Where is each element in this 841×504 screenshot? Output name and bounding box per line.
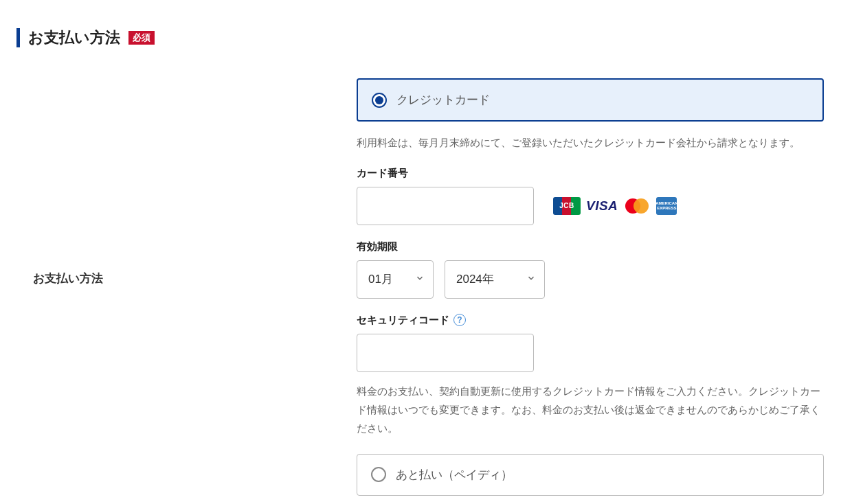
section-title: お支払い方法 <box>28 27 120 48</box>
jcb-icon: JCB <box>553 197 581 215</box>
card-brand-icons: JCB VISA AMERICAN EXPRESS <box>553 197 677 215</box>
expiry-year-select[interactable]: 2024年 <box>445 260 545 299</box>
section-header: お支払い方法 必須 <box>16 27 825 48</box>
radio-credit-card[interactable]: クレジットカード <box>357 78 824 122</box>
security-code-input[interactable] <box>357 334 534 372</box>
radio-paidy[interactable]: あと払い（ペイディ） <box>357 454 824 496</box>
card-number-group: カード番号 JCB VISA AMERICAN EXPRESS <box>357 167 824 225</box>
payment-options: クレジットカード 利用料金は、毎月月末締めにて、ご登録いただいたクレジットカード… <box>357 78 824 496</box>
credit-card-note: 料金のお支払い、契約自動更新に使用するクレジットカード情報をご入力ください。クレ… <box>357 382 824 437</box>
row-label: お支払い方法 <box>16 78 357 286</box>
radio-icon <box>372 93 387 108</box>
radio-icon <box>371 467 386 482</box>
help-icon[interactable]: ? <box>453 314 466 326</box>
chevron-down-icon <box>415 273 425 286</box>
radio-paidy-label: あと払い（ペイディ） <box>396 467 513 483</box>
radio-credit-card-label: クレジットカード <box>396 92 490 108</box>
chevron-down-icon <box>526 273 536 286</box>
section-accent-bar <box>16 28 20 47</box>
credit-card-description: 利用料金は、毎月月末締めにて、ご登録いただいたクレジットカード会社から請求となり… <box>357 134 824 152</box>
visa-icon: VISA <box>586 197 618 215</box>
radio-dot-icon <box>375 96 383 104</box>
amex-icon: AMERICAN EXPRESS <box>656 197 677 215</box>
card-number-input[interactable] <box>357 187 534 225</box>
expiry-month-select[interactable]: 01月 <box>357 260 434 299</box>
card-number-label: カード番号 <box>357 167 824 180</box>
security-code-group: セキュリティコード ? 料金のお支払い、契約自動更新に使用するクレジットカード情… <box>357 314 824 437</box>
payment-method-row: お支払い方法 クレジットカード 利用料金は、毎月月末締めにて、ご登録いただいたク… <box>16 78 825 496</box>
expiry-label: 有効期限 <box>357 240 824 253</box>
expiry-group: 有効期限 01月 2024年 <box>357 240 824 299</box>
mastercard-icon <box>623 197 651 215</box>
expiry-month-value: 01月 <box>368 271 393 287</box>
security-code-label: セキュリティコード <box>357 314 449 327</box>
expiry-year-value: 2024年 <box>456 271 494 287</box>
required-badge: 必須 <box>128 31 155 45</box>
